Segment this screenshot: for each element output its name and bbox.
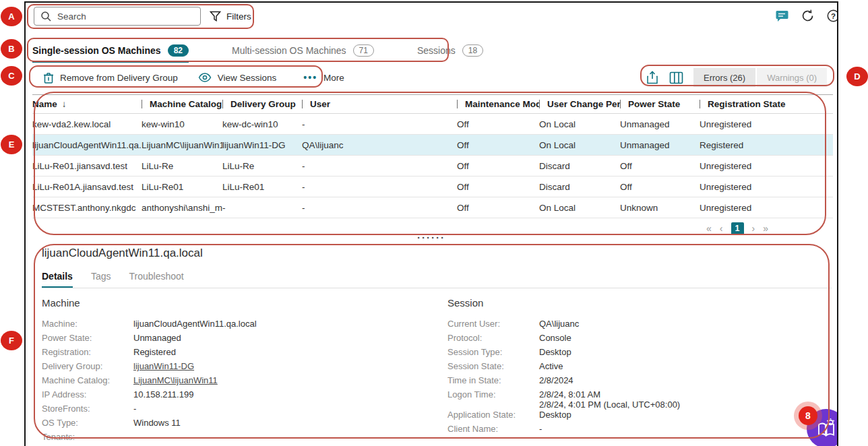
field-value-wrap: Desktop: [539, 347, 571, 357]
field-label: Current User:: [447, 319, 539, 329]
table-tools: Errors (26) Warnings (0): [646, 67, 827, 88]
column-header-delivery-group[interactable]: Delivery Group: [222, 99, 302, 109]
session-section-heading: Session: [447, 297, 835, 309]
field-value-link[interactable]: LijuanMC\lijuanWin11: [133, 375, 218, 385]
search-input[interactable]: [57, 11, 194, 22]
field-value: Registered: [133, 347, 176, 357]
cell-registration-state: Unregistered: [700, 119, 832, 129]
errors-filter-button[interactable]: Errors (26): [693, 68, 755, 87]
cell-power-state: Unknown: [620, 203, 700, 213]
pagination-first[interactable]: «: [706, 223, 712, 234]
field-row-client-name: Client Name:-: [447, 424, 835, 438]
more-button[interactable]: ••• More: [303, 72, 344, 83]
pagination-prev[interactable]: ‹: [720, 223, 723, 234]
field-label: Session State:: [447, 361, 539, 371]
view-sessions-button[interactable]: View Sessions: [198, 73, 277, 83]
column-header-user-change-persi[interactable]: User Change Persi...: [539, 99, 620, 109]
details-tab-tags[interactable]: Tags: [91, 271, 111, 288]
field-label: Application State:: [447, 410, 539, 420]
warnings-filter-button[interactable]: Warnings (0): [757, 68, 827, 87]
field-row-os-type: OS Type:Windows 11: [42, 418, 429, 432]
field-row-tenants: Tenants:-: [42, 432, 429, 446]
field-row-time-in-state: Time in State:2/8/2024: [447, 375, 835, 389]
cell-name: kew-vda2.kew.local: [32, 119, 142, 129]
search-box[interactable]: [34, 7, 201, 26]
annotation-label-d: D: [846, 67, 868, 86]
tab-count-badge: 82: [168, 44, 189, 57]
field-value: Desktop: [539, 347, 571, 357]
field-value-wrap: -: [539, 424, 542, 434]
tab-multi-session-os-machines[interactable]: Multi-session OS Machines71: [232, 38, 374, 63]
cell-machine-catalog: LiLu-Re01: [142, 182, 222, 192]
field-value-wrap: -: [133, 432, 136, 442]
cell-name: LiLu-Re01.jiansavd.test: [32, 161, 142, 171]
filters-button[interactable]: Filters: [210, 7, 251, 26]
pagination-last[interactable]: »: [763, 223, 768, 234]
field-label: Registration:: [42, 347, 133, 357]
cell-name: lijuanCloudAgentWin11.qa.lo...: [32, 140, 142, 150]
feedback-icon[interactable]: [775, 9, 789, 23]
table-row[interactable]: lijuanCloudAgentWin11.qa.lo...LijuanMC\l…: [32, 135, 833, 156]
table-row[interactable]: LiLu-Re01A.jiansavd.testLiLu-Re01LiLu-Re…: [32, 177, 833, 197]
cell-name: MCSTEST.anthony.nkgdc: [32, 203, 142, 213]
field-value-wrap: LijuanMC\lijuanWin11: [133, 375, 218, 385]
cell-user-change-persi: On Local: [539, 203, 620, 213]
field-value: lijuanCloudAgentWin11.qa.local: [133, 319, 257, 329]
field-row-machine-catalog: Machine Catalog:LijuanMC\lijuanWin11: [42, 375, 429, 389]
table-row[interactable]: MCSTEST.anthony.nkgdcanthonyshi\anshi_m.…: [32, 197, 833, 218]
column-header-registration-state[interactable]: Registration State: [700, 99, 832, 109]
cell-delivery-group: -: [222, 203, 302, 213]
filter-icon: [210, 11, 221, 22]
guide-notification-badge[interactable]: 8: [799, 406, 817, 425]
details-tab-details[interactable]: Details: [42, 271, 73, 288]
cell-user: -: [302, 203, 457, 213]
cell-maintenance-mode: Off: [457, 182, 539, 192]
field-value-link[interactable]: lijuanWin11-DG: [133, 361, 194, 371]
cell-user-change-persi: On Local: [539, 119, 620, 129]
details-tab-troubleshoot[interactable]: Troubleshoot: [129, 271, 184, 288]
column-header-power-state[interactable]: Power State: [620, 99, 700, 109]
field-value-wrap: 2/8/24, 8:01 AM2/8/24, 4:01 PM (Local, U…: [539, 389, 680, 410]
field-row-logon-time: Logon Time:2/8/24, 8:01 AM2/8/24, 4:01 P…: [447, 389, 835, 410]
view-sessions-label: View Sessions: [218, 73, 277, 83]
field-value: 2/8/24, 8:01 AM: [539, 389, 680, 400]
field-row-machine: Machine:lijuanCloudAgentWin11.qa.local: [42, 319, 429, 333]
field-label: OS Type:: [42, 418, 133, 428]
help-icon[interactable]: ?: [826, 9, 838, 23]
cell-maintenance-mode: Off: [457, 161, 539, 171]
cell-power-state: Unmanaged: [620, 140, 700, 150]
tab-count-badge: 18: [462, 44, 483, 57]
details-tab-bar: DetailsTagsTroubleshoot: [42, 271, 184, 288]
tab-single-session-os-machines[interactable]: Single-session OS Machines82: [32, 38, 189, 63]
field-row-storefronts: StoreFronts:-: [42, 404, 429, 418]
column-header-label: Name: [32, 99, 57, 109]
cell-user-change-persi: Discard: [539, 182, 620, 192]
field-label: Session Type:: [447, 347, 539, 357]
cell-delivery-group: lijuanWin11-DG: [222, 140, 302, 150]
cell-maintenance-mode: Off: [457, 119, 539, 129]
table-row[interactable]: LiLu-Re01.jiansavd.testLiLu-ReLiLu-Re-Of…: [32, 156, 833, 177]
eye-icon: [198, 73, 212, 82]
panel-splitter-handle[interactable]: ······: [26, 234, 837, 241]
details-panel-title: lijuanCloudAgentWin11.qa.local: [42, 247, 203, 260]
pagination-next[interactable]: ›: [752, 223, 755, 234]
session-section: Session Current User:QA\lijuancProtocol:…: [447, 297, 835, 438]
field-value: -: [133, 432, 136, 442]
export-icon[interactable]: [646, 71, 659, 85]
field-value-wrap: 2/8/2024: [539, 375, 574, 385]
field-value-wrap: Windows 11: [133, 418, 181, 428]
field-value-wrap: lijuanCloudAgentWin11.qa.local: [133, 319, 257, 329]
field-label: Machine:: [42, 319, 133, 329]
table-row[interactable]: kew-vda2.kew.localkew-win10kew-dc-win10-…: [32, 114, 833, 135]
tab-sessions[interactable]: Sessions18: [417, 38, 483, 63]
cell-machine-catalog: LiLu-Re: [142, 161, 222, 171]
refresh-icon[interactable]: [801, 9, 815, 23]
pagination-current-page[interactable]: 1: [731, 222, 744, 235]
column-header-name[interactable]: Name↓: [32, 99, 142, 109]
column-header-user[interactable]: User: [302, 99, 457, 109]
column-header-machine-catalog[interactable]: Machine Catalog: [142, 99, 222, 109]
remove-from-delivery-group-button[interactable]: Remove from Delivery Group: [43, 72, 178, 84]
columns-icon[interactable]: [669, 71, 683, 84]
column-header-maintenance-mode[interactable]: Maintenance Mode: [457, 99, 539, 109]
field-row-protocol: Protocol:Console: [447, 333, 835, 347]
